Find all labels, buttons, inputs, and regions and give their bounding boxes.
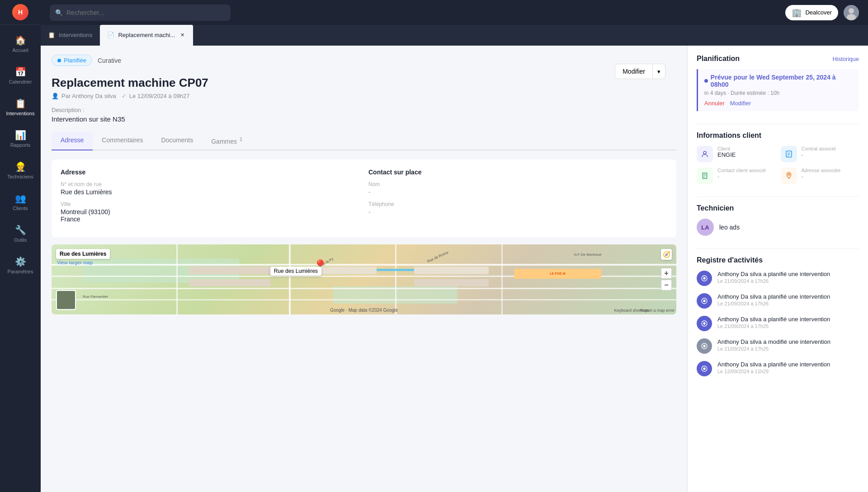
logo[interactable]: H: [0, 0, 41, 25]
address-assoc-row: Adresse associée -: [781, 168, 859, 184]
tabs-bar: 📋 Interventions 📄 Replacement machi... ✕: [41, 25, 868, 46]
activity-text-5: Anthony Da silva a planifié une interven…: [717, 361, 830, 368]
check-icon: ✓: [122, 93, 127, 99]
tech-initials: LA: [701, 224, 709, 231]
country-value: France: [61, 216, 359, 223]
topbar-right: 🏢 Dealcover: [785, 5, 859, 20]
planning-sub-text: in 4 days · Durée estimée : 10h: [704, 90, 853, 96]
map-label: Rue des Lumières: [56, 249, 110, 259]
divider-1: [697, 124, 859, 124]
contract-icon: [781, 146, 797, 162]
tab-interventions[interactable]: 📋 Interventions: [41, 25, 100, 46]
city-label: Ville: [61, 201, 359, 207]
description-text: Intervention sur site N35: [52, 115, 676, 123]
sidebar-nav: 🏠 Accueil 📅 Calendrier 📋 Interventions 📊…: [0, 25, 41, 281]
status-row: Planifiée Curative: [52, 55, 121, 66]
contact-phone-value: -: [368, 208, 667, 216]
contact-name-field: Nom -: [368, 181, 667, 196]
map-container[interactable]: LE FIVE M Rue de la Py Rue Parmentier Ru…: [52, 244, 676, 314]
meta-date: ✓ Le 12/09/2024 à 09h27: [122, 93, 190, 99]
sub-tab-gammes[interactable]: Gammes 1: [202, 132, 251, 150]
map-view-larger-link[interactable]: View larger map: [56, 260, 110, 265]
sidebar-item-parametres[interactable]: ⚙️ Paramètres: [0, 250, 41, 281]
contact-phone-label: Téléphone: [368, 201, 667, 207]
address-left: Adresse N° et nom de rue Rue des Lumière…: [61, 169, 359, 228]
map-street-view-icon[interactable]: 🧭: [661, 249, 672, 260]
contract-value: -: [802, 151, 836, 158]
map-pin-label: Rue des Lumières: [270, 267, 321, 276]
historique-link[interactable]: Historique: [832, 56, 859, 62]
address-assoc-icon: [781, 168, 797, 184]
description-section: Description : Intervention sur site N35: [52, 107, 676, 123]
activity-item-4: Anthony Da silva a modifié une intervent…: [697, 338, 859, 354]
city-field: Ville Montreuil (93100) France: [61, 201, 359, 223]
address-assoc-info: Adresse associée -: [802, 168, 841, 180]
sidebar-item-calendrier[interactable]: 📅 Calendrier: [0, 60, 41, 92]
planification-header: Planification Historique: [697, 55, 859, 63]
svg-point-13: [703, 322, 705, 324]
search-bar[interactable]: 🔍: [50, 5, 231, 21]
contact-client-value: -: [717, 173, 766, 180]
sidebar-label-accueil: Accueil: [12, 47, 28, 53]
modifier-btn-group: Modifier ▾: [615, 64, 665, 79]
sub-tab-commentaires[interactable]: Commentaires: [93, 132, 152, 150]
svg-point-3: [703, 151, 706, 154]
contact-phone-field: Téléphone -: [368, 201, 667, 216]
contact-name-label: Nom: [368, 181, 667, 187]
activity-text-1: Anthony Da silva a planifié une interven…: [717, 271, 830, 277]
main-content: 🔍 🏢 Dealcover 📋 Interventions 📄 Replacem…: [41, 0, 868, 492]
description-label: Description :: [52, 107, 676, 113]
page-title: Replacement machine CP07: [52, 76, 676, 90]
activities-title: Registre d'activités: [697, 256, 763, 264]
activity-content-3: Anthony Da silva a planifié une interven…: [717, 316, 830, 329]
user-avatar[interactable]: [844, 5, 859, 20]
sub-tab-documents[interactable]: Documents: [152, 132, 202, 150]
content-area: Planifiée Curative Modifier ▾ Replacemen…: [41, 46, 868, 492]
activity-item-3: Anthony Da silva a planifié une interven…: [697, 316, 859, 331]
contact-right: Contact sur place Nom - Téléphone -: [368, 169, 667, 228]
sub-tab-adresse[interactable]: Adresse: [52, 132, 93, 150]
activity-date-1: Le 21/09/2024 à 17h26: [717, 278, 830, 284]
client-title: Informations client: [697, 131, 761, 140]
street-value: Rue des Lumières: [61, 188, 359, 196]
sidebar-item-rapports[interactable]: 📊 Rapports: [0, 123, 41, 155]
tech-name: leo ads: [719, 224, 740, 231]
right-panel: Planification Historique Prévue pour le …: [687, 46, 868, 492]
sidebar-item-interventions[interactable]: 📋 Interventions: [0, 92, 41, 123]
technicien-header: Technicien: [697, 204, 859, 212]
tab-replacement-icon: 📄: [107, 32, 114, 38]
map-zoom-out-button[interactable]: −: [661, 280, 672, 291]
sidebar-label-rapports: Rapports: [10, 142, 31, 148]
activity-icon-5: [697, 361, 712, 376]
sidebar-item-techniciens[interactable]: 👷 Techniciens: [0, 155, 41, 187]
map-zoom-in-button[interactable]: +: [661, 268, 672, 279]
sidebar: H 🏠 Accueil 📅 Calendrier 📋 Interventions…: [0, 0, 41, 492]
badge-curative: Curative: [98, 57, 121, 64]
sidebar-item-clients[interactable]: 👥 Clients: [0, 187, 41, 218]
planning-annuler-link[interactable]: Annuler: [704, 100, 725, 107]
tab-close-button[interactable]: ✕: [179, 32, 186, 39]
planification-section: Planification Historique Prévue pour le …: [697, 55, 859, 111]
modifier-dropdown-button[interactable]: ▾: [653, 64, 665, 79]
activity-text-3: Anthony Da silva a planifié une interven…: [717, 316, 830, 323]
map-zoom-buttons: + −: [661, 268, 672, 291]
dealcover-button[interactable]: 🏢 Dealcover: [785, 5, 838, 20]
meta-author: 👤 Par Anthony Da silva: [52, 93, 116, 99]
activity-content-5: Anthony Da silva a planifié une interven…: [717, 361, 830, 374]
search-input[interactable]: [66, 9, 225, 16]
sidebar-label-outils: Outils: [14, 237, 27, 243]
gammes-badge: 1: [240, 136, 242, 142]
sub-tabs: Adresse Commentaires Documents Gammes 1: [52, 132, 676, 150]
sidebar-label-calendrier: Calendrier: [9, 79, 32, 85]
client-icon: [697, 146, 713, 162]
chevron-down-icon: ▾: [657, 68, 660, 75]
page-meta: 👤 Par Anthony Da silva ✓ Le 12/09/2024 à…: [52, 93, 676, 99]
modifier-button[interactable]: Modifier: [615, 64, 653, 79]
planning-modifier-link[interactable]: Modifier: [730, 100, 751, 107]
sidebar-item-outils[interactable]: 🔧 Outils: [0, 218, 41, 250]
sidebar-item-accueil[interactable]: 🏠 Accueil: [0, 28, 41, 60]
divider-3: [697, 248, 859, 249]
map-placeholder: LE FIVE M Rue de la Py Rue Parmentier Ru…: [52, 244, 676, 314]
tab-replacement[interactable]: 📄 Replacement machi... ✕: [100, 25, 193, 46]
map-satellite-thumbnail[interactable]: [56, 290, 76, 310]
